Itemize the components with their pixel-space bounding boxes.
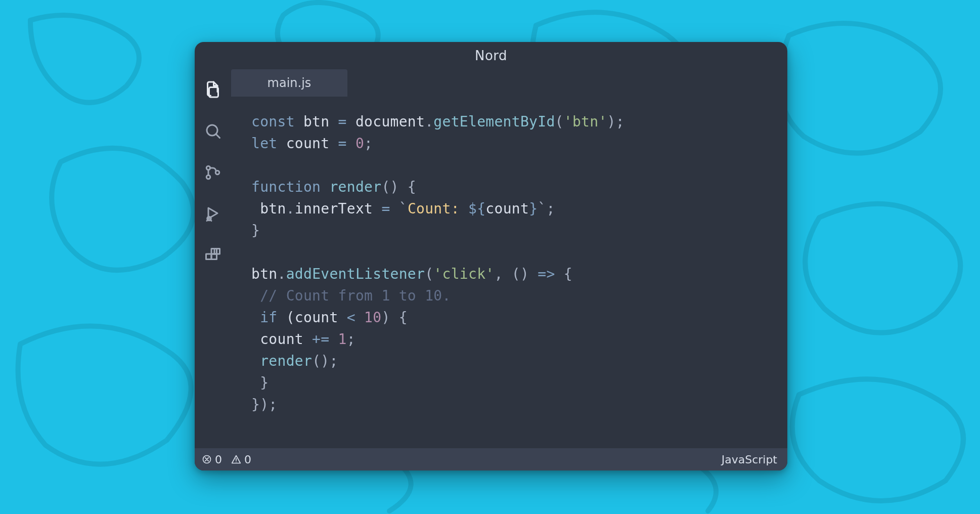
code-line: } — [251, 220, 772, 241]
window-title: Nord — [475, 48, 507, 63]
editor-body: main.js const btn = document.getElementB… — [195, 69, 787, 448]
status-bar: 0 0 JavaScript — [195, 448, 787, 470]
code-line — [251, 241, 772, 263]
main-column: main.js const btn = document.getElementB… — [231, 69, 787, 448]
explorer-icon[interactable] — [203, 79, 223, 100]
status-errors[interactable]: 0 — [202, 453, 222, 466]
warning-count: 0 — [244, 453, 251, 466]
error-icon — [202, 454, 212, 464]
titlebar: Nord — [195, 42, 787, 69]
code-line — [251, 154, 772, 176]
activity-bar — [195, 69, 231, 448]
tab-label: main.js — [268, 76, 311, 90]
code-line: } — [251, 372, 772, 394]
code-line: btn.addEventListener('click', () => { — [251, 263, 772, 285]
error-count: 0 — [215, 453, 222, 466]
warning-icon — [231, 454, 241, 464]
extensions-icon[interactable] — [203, 245, 223, 266]
status-language[interactable]: JavaScript — [722, 453, 777, 466]
tab-bar: main.js — [231, 69, 787, 97]
code-line: // Count from 1 to 10. — [251, 285, 772, 307]
code-line: count += 1; — [251, 328, 772, 350]
language-label: JavaScript — [722, 453, 777, 466]
status-warnings[interactable]: 0 — [231, 453, 251, 466]
code-line: if (count < 10) { — [251, 307, 772, 328]
code-editor[interactable]: const btn = document.getElementById('btn… — [231, 97, 787, 448]
code-line: }); — [251, 394, 772, 415]
run-debug-icon[interactable] — [203, 204, 223, 224]
code-line: render(); — [251, 350, 772, 372]
code-line: const btn = document.getElementById('btn… — [251, 111, 772, 133]
code-line: let count = 0; — [251, 133, 772, 154]
editor-window: Nord main.js — [195, 42, 787, 470]
tab-main-js[interactable]: main.js — [231, 69, 347, 97]
code-line: btn.innerText = `Count: ${count}`; — [251, 198, 772, 220]
source-control-icon[interactable] — [203, 162, 223, 183]
search-icon[interactable] — [203, 121, 223, 141]
svg-rect-6 — [211, 254, 217, 260]
code-line: function render() { — [251, 176, 772, 198]
svg-rect-5 — [206, 254, 212, 260]
